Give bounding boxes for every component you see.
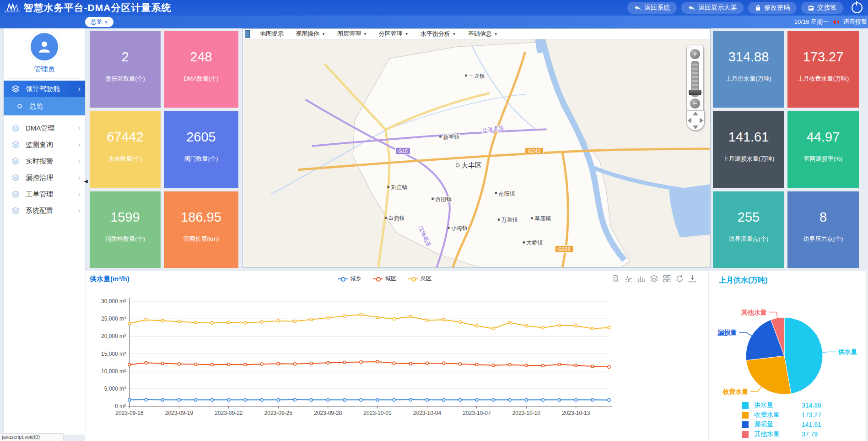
data-point[interactable]	[211, 398, 214, 401]
data-point[interactable]	[409, 316, 412, 318]
data-point[interactable]	[194, 321, 197, 324]
sidebar-item-workorder[interactable]: 工单管理 ›	[4, 186, 85, 202]
data-point[interactable]	[145, 398, 147, 401]
sidebar-item-realtime-alarm[interactable]: 实时报警 ›	[4, 153, 85, 169]
shift-change-button[interactable]: 交接班	[801, 2, 843, 14]
data-point[interactable]	[128, 398, 131, 401]
pan-right-button[interactable]	[700, 118, 703, 123]
speaker-alarm-icon[interactable]	[832, 19, 840, 25]
voice-alarm-label[interactable]: 语音报警	[843, 18, 867, 26]
town-label[interactable]: 西团镇	[435, 196, 452, 202]
pie-slice-收费水量[interactable]	[746, 356, 791, 394]
map-menu-basicinfo[interactable]: 基础信息▼	[468, 30, 498, 38]
data-point[interactable]	[442, 318, 445, 321]
data-point[interactable]	[327, 398, 329, 401]
sidebar-item-system-config[interactable]: 系统配置 ›	[4, 202, 85, 219]
data-point[interactable]	[260, 398, 263, 401]
sidebar-subitem-overview[interactable]: 总览	[4, 97, 85, 115]
pan-down-button[interactable]	[693, 125, 698, 129]
data-point[interactable]	[244, 363, 247, 366]
data-point[interactable]	[591, 365, 594, 368]
map-menu-partition[interactable]: 分区管理▼	[379, 30, 409, 38]
data-point[interactable]	[260, 321, 263, 323]
data-point[interactable]	[277, 320, 280, 322]
map-menu-view[interactable]: 视图操作▼	[296, 30, 325, 38]
data-point[interactable]	[426, 362, 428, 365]
data-point[interactable]	[376, 360, 379, 363]
data-point[interactable]	[525, 364, 528, 367]
town-label[interactable]: 三龙镇	[469, 73, 485, 79]
sidebar-item-dma[interactable]: DMA管理 ›	[4, 120, 85, 136]
zoom-in-button[interactable]: +	[690, 49, 700, 59]
data-point[interactable]	[608, 365, 610, 368]
data-point[interactable]	[608, 399, 610, 402]
tiled-icon[interactable]	[663, 275, 671, 283]
data-point[interactable]	[178, 398, 180, 401]
data-point[interactable]	[525, 398, 528, 401]
data-point[interactable]	[211, 321, 214, 324]
town-marker[interactable]	[385, 217, 387, 218]
data-point[interactable]	[277, 362, 280, 365]
change-password-button[interactable]: 修改密码	[748, 2, 797, 14]
zoom-slider-thumb[interactable]	[689, 90, 701, 95]
data-point[interactable]	[260, 363, 263, 365]
pie-legend-row[interactable]: 漏损量141.61	[742, 420, 821, 429]
data-point[interactable]	[558, 398, 561, 401]
town-label[interactable]: 刘庄镇	[391, 184, 408, 191]
data-point[interactable]	[475, 398, 478, 401]
data-point[interactable]	[227, 321, 230, 324]
supply-pie-chart[interactable]: 供水量收费水量漏损量其他水量	[709, 271, 866, 399]
town-marker[interactable]	[447, 227, 449, 229]
save-image-icon[interactable]	[689, 275, 696, 283]
bartype-icon[interactable]	[637, 275, 645, 283]
data-point[interactable]	[575, 324, 577, 327]
data-point[interactable]	[161, 398, 164, 401]
pan-up-button[interactable]	[693, 112, 698, 115]
data-point[interactable]	[376, 398, 379, 401]
data-point[interactable]	[293, 398, 296, 401]
town-label[interactable]: 小海镇	[451, 225, 468, 231]
data-point[interactable]	[492, 364, 495, 367]
data-point[interactable]	[475, 363, 478, 366]
sidebar-item-leak-control[interactable]: 漏控治理 ›	[4, 169, 85, 186]
data-point[interactable]	[541, 398, 544, 401]
data-point[interactable]	[145, 361, 147, 364]
data-point[interactable]	[227, 363, 230, 366]
data-point[interactable]	[310, 398, 313, 401]
map-menu-tips[interactable]: 地图提示	[260, 30, 284, 38]
data-point[interactable]	[376, 316, 379, 319]
pan-left-button[interactable]	[688, 118, 691, 123]
supply-line-chart[interactable]: 0 m³5,000 m³10,000 m³15,000 m³20,000 m³2…	[85, 271, 708, 441]
town-marker[interactable]	[465, 75, 467, 76]
data-point[interactable]	[145, 318, 147, 321]
town-marker[interactable]	[523, 241, 525, 243]
zoom-slider[interactable]	[691, 61, 699, 97]
data-point[interactable]	[277, 398, 280, 401]
data-point[interactable]	[508, 363, 511, 366]
pie-legend-row[interactable]: 其他水量37.79	[742, 430, 821, 438]
data-point[interactable]	[128, 322, 131, 325]
data-point[interactable]	[194, 363, 197, 365]
town-label[interactable]: 白驹镇	[388, 215, 405, 221]
sidebar-item-monitor-query[interactable]: 监测查询 ›	[4, 136, 85, 153]
data-point[interactable]	[426, 398, 428, 401]
town-label[interactable]: 新丰镇	[443, 134, 459, 140]
sidebar-collapse-handle[interactable]: ◀	[84, 179, 88, 184]
district-marker[interactable]	[456, 163, 459, 167]
data-point[interactable]	[310, 362, 313, 365]
tab-overview[interactable]: 总览 ×	[85, 17, 113, 27]
town-marker[interactable]	[498, 218, 500, 220]
data-point[interactable]	[442, 398, 445, 401]
data-point[interactable]	[508, 321, 511, 324]
data-point[interactable]	[541, 364, 544, 367]
legend-item-总区[interactable]: 总区	[408, 275, 431, 283]
map-canvas[interactable]: 盐洛高速沈海高速G15G343G228三龙镇新丰镇大丰区刘庄镇西团镇南阳镇白驹镇…	[243, 39, 710, 267]
data-point[interactable]	[161, 362, 164, 365]
data-point[interactable]	[161, 319, 164, 322]
sidebar-item-cockpit[interactable]: 领导驾驶舱 ›	[4, 81, 85, 97]
data-point[interactable]	[178, 320, 180, 323]
town-marker[interactable]	[495, 192, 497, 194]
data-point[interactable]	[575, 364, 577, 367]
data-point[interactable]	[244, 398, 247, 401]
series-line-总区[interactable]	[129, 315, 609, 329]
